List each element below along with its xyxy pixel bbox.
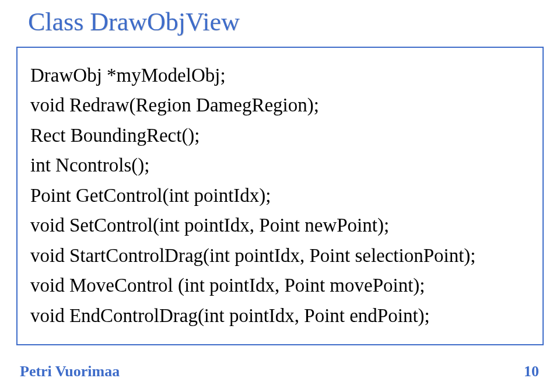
code-line: Rect BoundingRect(); [30,121,532,150]
code-line: int Ncontrols(); [30,150,532,180]
footer-author: Petri Vuorimaa [20,363,120,380]
code-line: DrawObj *myModelObj; [30,61,532,90]
content-box: DrawObj *myModelObj; void Redraw(Region … [16,47,544,345]
code-line: void Redraw(Region DamegRegion); [30,90,532,120]
slide-title: Class DrawObjView [28,7,240,37]
code-line: void SetControl(int pointIdx, Point newP… [30,211,532,240]
code-line: void StartControlDrag(int pointIdx, Poin… [30,241,532,271]
footer-page-number: 10 [524,363,539,380]
code-line: void MoveControl (int pointIdx, Point mo… [30,271,532,300]
code-line: void EndControlDrag(int pointIdx, Point … [30,301,532,331]
code-line: Point GetControl(int pointIdx); [30,181,532,211]
slide: Class DrawObjView DrawObj *myModelObj; v… [0,0,560,392]
